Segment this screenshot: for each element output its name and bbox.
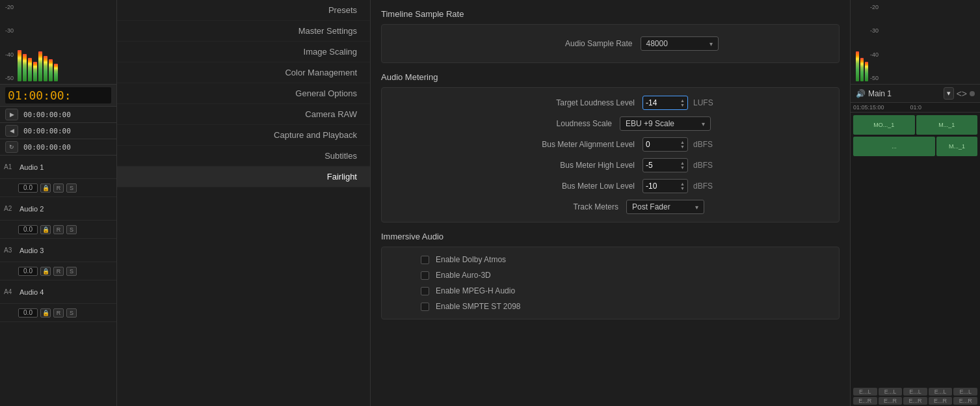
target-loudness-row: Target Loudness Level -14 ▲ ▼ LUFS <box>395 96 826 110</box>
track-lock-a4[interactable]: 🔒 <box>40 308 51 318</box>
audio-sample-rate-dropdown[interactable]: 48000 ▾ <box>641 36 719 51</box>
label-tag-el-3: E...L <box>903 388 927 396</box>
track-meters-row: Track Meters Post Fader ▾ <box>395 200 826 214</box>
loop-btn[interactable]: ↻ <box>5 141 18 153</box>
bus-meter-low-input[interactable]: -10 ▲ ▼ <box>642 179 688 193</box>
main-output-label: Main 1 <box>868 89 941 98</box>
checkbox-dolby-atmos-label: Enable Dolby Atmos <box>436 255 506 264</box>
play-back-btn[interactable]: ◀ <box>5 125 18 137</box>
track-r-a3[interactable]: R <box>53 267 64 276</box>
track-name-a2: Audio 2 <box>20 205 113 213</box>
nav-item-general-options[interactable]: General Options <box>117 83 370 104</box>
track-fader-a1[interactable]: 0.0 <box>18 183 38 193</box>
bus-meter-low-spinner[interactable]: ▲ ▼ <box>680 182 685 191</box>
spinner-down-4-icon[interactable]: ▼ <box>680 186 685 191</box>
track-lock-a1[interactable]: 🔒 <box>40 183 51 193</box>
label-tag-el-5: E...L <box>953 388 977 396</box>
meter-label-50: -50 <box>5 75 14 81</box>
spinner-up-3-icon[interactable]: ▲ <box>680 161 685 165</box>
main-output-dropdown[interactable]: ▾ <box>944 87 954 100</box>
timecode-small-1: 00:00:00:00 <box>23 111 71 119</box>
track-meters-chevron-icon: ▾ <box>695 204 698 211</box>
track-r-a1[interactable]: R <box>53 183 64 193</box>
bus-meter-low-label: Bus Meter Low Level <box>505 182 635 191</box>
timecode-row: 01:00:00: <box>0 85 116 107</box>
track-fader-a4[interactable]: 0.0 <box>18 308 38 318</box>
target-loudness-spinner[interactable]: ▲ ▼ <box>680 98 685 107</box>
track-s-a3[interactable]: S <box>66 267 77 276</box>
nav-item-master-settings[interactable]: Master Settings <box>117 21 370 42</box>
right-meter-bar-3 <box>865 62 868 81</box>
track-row-a1: A1 Audio 1 <box>0 156 116 179</box>
clip-mo1-label: MO..._1 <box>872 122 895 128</box>
nav-item-camera-raw[interactable]: Camera RAW <box>117 104 370 125</box>
nav-item-fairlight[interactable]: Fairlight <box>117 167 370 187</box>
left-panel: -20 -30 -40 -50 01:00:00: ▶ 00:00:00:00 … <box>0 0 117 406</box>
track-row-a3: A3 Audio 3 <box>0 239 116 262</box>
right-meter-label-30: -30 <box>870 27 879 34</box>
audio-sample-rate-label: Audio Sample Rate <box>503 39 633 48</box>
label-tag-er-2: E...R <box>879 397 903 405</box>
label-row-l: E...L E...L E...L E...L E...L <box>853 388 977 396</box>
bus-meter-low-row: Bus Meter Low Level -10 ▲ ▼ dBFS <box>395 179 826 193</box>
checkbox-smpte-label: Enable SMPTE ST 2098 <box>436 302 521 311</box>
track-lock-a2[interactable]: 🔒 <box>40 225 51 234</box>
track-fader-a3[interactable]: 0.0 <box>18 267 38 276</box>
clip-mo1[interactable]: MO..._1 <box>853 115 915 135</box>
nav-item-presets[interactable]: Presets <box>117 0 370 21</box>
track-meters-dropdown[interactable]: Post Fader ▾ <box>626 200 704 214</box>
track-r-a4[interactable]: R <box>53 308 64 318</box>
checkbox-auro-3d[interactable] <box>421 271 429 280</box>
track-s-a1[interactable]: S <box>66 183 77 193</box>
clip-m3-label: M..._1 <box>947 143 966 150</box>
target-loudness-input[interactable]: -14 ▲ ▼ <box>642 96 688 110</box>
track-row-a2: A2 Audio 2 <box>0 197 116 221</box>
timeline-time-1: 01:05:15:00 <box>853 104 884 111</box>
nav-item-color-management[interactable]: Color Management <box>117 62 370 83</box>
track-fader-a2[interactable]: 0.0 <box>18 225 38 234</box>
checkbox-auro-3d-label: Enable Auro-3D <box>436 271 491 280</box>
right-panel: -20 -30 -40 -50 🔊 Main 1 ▾ <> 01:05:15:0… <box>850 0 980 406</box>
bus-meter-alignment-input[interactable]: 0 ▲ ▼ <box>642 137 688 152</box>
loudness-scale-dropdown[interactable]: EBU +9 Scale ▾ <box>620 116 711 131</box>
immersive-audio-box: Enable Dolby Atmos Enable Auro-3D Enable… <box>381 247 840 319</box>
bus-meter-high-unit: dBFS <box>693 161 716 170</box>
checkbox-dolby-atmos[interactable] <box>421 256 429 264</box>
clip-m2[interactable]: ... <box>853 137 935 156</box>
label-tag-el-1: E...L <box>853 388 877 396</box>
track-r-a2[interactable]: R <box>53 225 64 234</box>
track-id-a4: A4 <box>4 288 17 295</box>
bus-meter-high-spinner[interactable]: ▲ ▼ <box>680 161 685 170</box>
bus-meter-high-input[interactable]: -5 ▲ ▼ <box>642 158 688 172</box>
meter-bar-4 <box>33 62 37 81</box>
checkbox-smpte[interactable] <box>421 303 429 311</box>
nav-item-subtitles[interactable]: Subtitles <box>117 146 370 167</box>
checkbox-mpeg-h[interactable] <box>421 287 429 295</box>
spinner-down-3-icon[interactable]: ▼ <box>680 165 685 170</box>
track-name-a4: Audio 4 <box>20 288 113 296</box>
spinner-up-icon[interactable]: ▲ <box>680 98 685 103</box>
spinner-up-2-icon[interactable]: ▲ <box>680 140 685 144</box>
nav-item-capture-playback[interactable]: Capture and Playback <box>117 125 370 146</box>
meter-label-20: -20 <box>5 4 14 10</box>
code-brackets-icon[interactable]: <> <box>957 88 967 99</box>
transport-row-1: ▶ 00:00:00:00 <box>0 107 116 123</box>
bus-meter-alignment-spinner[interactable]: ▲ ▼ <box>680 140 685 149</box>
spinner-down-icon[interactable]: ▼ <box>680 103 685 107</box>
timeline-time-bar: 01:05:15:00 01:0 <box>851 103 980 113</box>
spinner-up-4-icon[interactable]: ▲ <box>680 182 685 186</box>
track-s-a2[interactable]: S <box>66 225 77 234</box>
timecode-small-2: 00:00:00:00 <box>23 127 71 135</box>
clip-row-1: MO..._1 M..._1 <box>853 115 977 135</box>
right-top-bar: 🔊 Main 1 ▾ <> <box>851 85 980 103</box>
target-loudness-label: Target Loudness Level <box>505 98 635 107</box>
clip-m1[interactable]: M..._1 <box>916 115 978 135</box>
spinner-down-2-icon[interactable]: ▼ <box>680 144 685 149</box>
track-s-a4[interactable]: S <box>66 308 77 318</box>
nav-item-image-scaling[interactable]: Image Scaling <box>117 42 370 62</box>
bus-meter-alignment-row: Bus Meter Alignment Level 0 ▲ ▼ dBFS <box>395 137 826 152</box>
bus-meter-high-value: -5 <box>646 161 653 170</box>
clip-m3[interactable]: M..._1 <box>936 137 977 156</box>
play-forward-btn[interactable]: ▶ <box>5 109 18 120</box>
track-lock-a3[interactable]: 🔒 <box>40 267 51 276</box>
